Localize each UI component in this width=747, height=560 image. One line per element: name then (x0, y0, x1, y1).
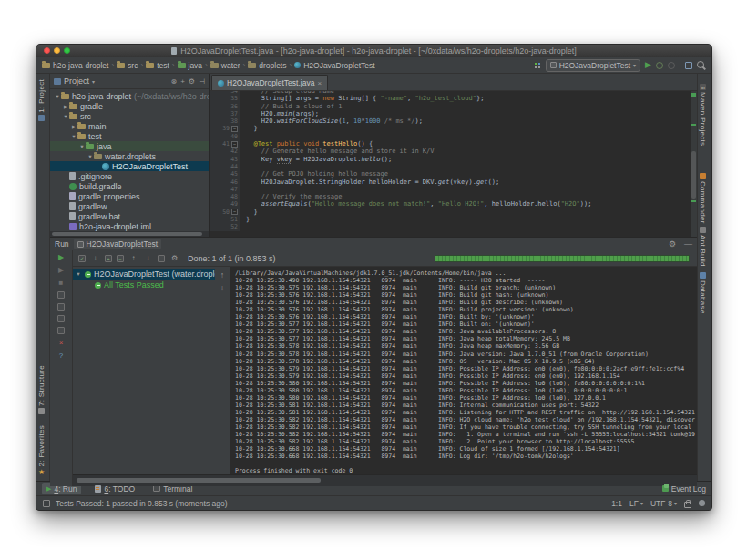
help-icon[interactable]: ? (59, 351, 63, 360)
scroll-down-icon[interactable]: ↓ (220, 283, 225, 292)
tree-arrow-down-icon[interactable]: ▼ (62, 114, 69, 119)
editor-line[interactable]: // Build a cloud of 1 (246, 103, 697, 110)
rerun-button[interactable]: ▶ (58, 253, 64, 261)
locate-icon[interactable]: + (180, 77, 185, 86)
editor-line[interactable]: } (246, 209, 697, 216)
stop-button[interactable]: ■ (59, 279, 64, 287)
project-tree-row[interactable]: .gitignore (50, 171, 209, 181)
filter-icon[interactable]: ⊗ (170, 77, 177, 86)
editor-code-lines[interactable]: // Setup cloud name String[] args = new … (240, 91, 697, 231)
close-icon[interactable]: × (59, 339, 64, 347)
chevron-down-icon[interactable]: ▾ (92, 78, 95, 85)
changes-view-icon[interactable] (534, 62, 541, 69)
toolwindow-button-project[interactable]: 1: Project (37, 79, 46, 123)
rerun-failed-button[interactable]: ▶ (58, 266, 64, 274)
sort-alphabetically-icon[interactable]: ↓ (90, 254, 100, 263)
editor-tab[interactable]: H2OJavaDropletTest.java × (211, 75, 328, 90)
close-icon[interactable]: × (317, 79, 322, 87)
project-tree-row[interactable]: ▶main (50, 121, 209, 131)
project-tree-row[interactable]: build.gradle (50, 181, 209, 191)
project-tree-row[interactable]: h2o-java-droplet.iml (50, 221, 209, 231)
toolwindow-button-database[interactable]: Database (699, 270, 707, 314)
breadcrumb-item[interactable]: java (178, 61, 203, 70)
toolwindow-button-favorites[interactable]: 2: Favorites ★ (37, 425, 46, 477)
toolwindow-button-ant[interactable]: Ant Build (699, 225, 707, 267)
project-tree[interactable]: ▼h2o-java-droplet(~/0xdata/ws/h2o-drop▶g… (50, 89, 209, 231)
fold-marker-icon[interactable]: − (231, 126, 238, 132)
run-button[interactable]: ▶ (645, 61, 651, 69)
gear-icon[interactable]: ⚙ (189, 77, 195, 86)
tree-arrow-right-icon[interactable]: ▶ (70, 124, 77, 129)
editor-line[interactable]: // Verify the message (246, 193, 697, 200)
project-tree-row[interactable]: ▼src (50, 111, 209, 121)
pin-icon[interactable] (57, 327, 65, 334)
profile-button[interactable] (668, 62, 675, 69)
hide-passed-icon[interactable]: ✓ (78, 255, 86, 262)
titlebar[interactable]: H2OJavaDropletTest.java - [h2o-java-drop… (36, 45, 711, 57)
encoding-widget[interactable]: UTF-8▾ (650, 499, 677, 508)
breadcrumb-item[interactable]: H2OJavaDropletTest (294, 61, 374, 70)
editor-line[interactable]: H2OJavaDroplet.StringHolder helloHolder … (246, 178, 697, 186)
dump-threads-icon[interactable] (57, 303, 65, 311)
project-tree-row[interactable]: ▼h2o-java-droplet(~/0xdata/ws/h2o-drop (50, 91, 209, 101)
toolwindow-button-structure[interactable]: 7: Structure (37, 365, 46, 416)
search-icon[interactable] (697, 61, 706, 70)
fold-marker-icon[interactable]: − (231, 141, 238, 148)
editor-line[interactable] (246, 223, 697, 230)
editor-line[interactable]: @Test public void testHello() { (246, 140, 697, 148)
inspections-hector-icon[interactable] (699, 500, 705, 506)
settings-window-icon[interactable] (685, 62, 692, 69)
console-settings-icon[interactable] (57, 315, 65, 322)
editor-line[interactable]: } (246, 125, 697, 132)
project-tree-row[interactable]: ▼java (50, 141, 209, 151)
test-history-icon[interactable] (158, 255, 165, 262)
editor-line[interactable]: // Generate hello message and store it i… (246, 148, 697, 155)
line-separator-widget[interactable]: LF▾ (629, 499, 643, 508)
editor-line[interactable]: String[] args = new String[] { "-name", … (246, 95, 697, 102)
restore-layout-icon[interactable] (57, 291, 65, 299)
scrollbar-thumb[interactable] (52, 232, 202, 236)
editor-line[interactable]: } (246, 216, 697, 223)
breadcrumb-item[interactable]: test (146, 61, 169, 70)
tree-arrow-down-icon[interactable]: ▼ (78, 144, 86, 149)
previous-failed-test-icon[interactable]: ↑ (128, 254, 138, 263)
run-horizontal-scrollbar[interactable] (73, 474, 697, 486)
project-tree-row[interactable]: gradlew (50, 201, 209, 211)
fold-marker-icon[interactable]: − (231, 209, 238, 215)
scroll-up-icon[interactable]: ↑ (220, 270, 225, 280)
gear-icon[interactable]: ⚙ (669, 239, 676, 249)
lock-icon[interactable] (684, 502, 691, 508)
editor-line[interactable] (246, 133, 697, 140)
zoom-window-button[interactable] (64, 47, 70, 54)
project-tree-row[interactable]: ▼water.droplets (50, 151, 209, 161)
hide-panel-icon[interactable]: ⊣ (199, 77, 205, 86)
breadcrumb-item[interactable]: water (210, 61, 240, 70)
editor-error-stripe[interactable] (691, 91, 697, 237)
scrollbar-thumb[interactable] (77, 478, 321, 483)
project-tree-row[interactable]: ▼test (50, 131, 209, 141)
collapse-all-icon[interactable]: − (117, 255, 124, 262)
tree-arrow-down-icon[interactable]: ▼ (87, 154, 94, 159)
project-tree-row[interactable]: ▶gradle (50, 101, 209, 111)
editor-code-area[interactable]: 343536373839−4041−424344454647484950−515… (210, 91, 697, 237)
gear-icon[interactable]: ⚙ (169, 254, 179, 263)
caret-position-widget[interactable]: 1:1 (611, 499, 622, 508)
editor-line[interactable]: assertEquals("Hello message does not mat… (246, 200, 697, 208)
run-panel-tab[interactable]: H2OJavaDropletTest (74, 239, 161, 249)
breadcrumb-item[interactable]: src (117, 61, 138, 70)
editor-line[interactable] (246, 186, 697, 193)
run-configuration-select[interactable]: H2OJavaDropletTest ▾ (546, 59, 640, 72)
breadcrumb-item[interactable]: h2o-java-droplet (42, 61, 108, 70)
toolwindow-button-commander[interactable]: Commander (699, 171, 707, 224)
tree-arrow-down-icon[interactable]: ▼ (54, 94, 61, 99)
test-tree[interactable]: ▼H2OJavaDropletTest (water.dropleAll Tes… (73, 267, 215, 474)
editor-line[interactable]: H2O.main(args); (246, 110, 697, 117)
minimize-window-button[interactable] (54, 47, 60, 54)
expand-all-icon[interactable]: + (105, 255, 112, 262)
close-window-button[interactable] (44, 47, 50, 54)
editor-line[interactable]: // Get POJO holding hello message (246, 170, 697, 178)
test-tree-row[interactable]: All Tests Passed (73, 280, 215, 290)
project-tree-row[interactable]: H2OJavaDropletTest (50, 161, 209, 171)
project-tree-row[interactable]: gradlew.bat (50, 211, 209, 221)
hide-toolwindow-icon[interactable]: — (684, 239, 692, 249)
